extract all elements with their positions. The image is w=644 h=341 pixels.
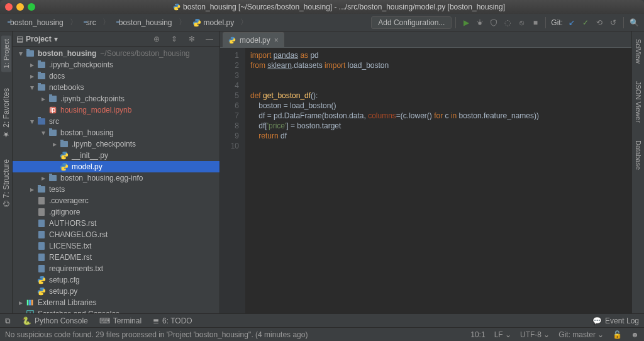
svg-point-0 <box>175 4 176 5</box>
tree-item[interactable]: ▸External Libraries <box>13 297 219 308</box>
close-window-button[interactable] <box>5 3 13 11</box>
git-branch[interactable]: Git: master ⌄ <box>558 330 604 339</box>
tool-tab-terminal[interactable]: ⌨Terminal <box>99 316 142 325</box>
tool-tab-structure[interactable]: ⌬7: Structure <box>1 155 12 211</box>
tree-item[interactable]: ▸tests <box>13 184 219 195</box>
tree-item[interactable]: setup.py <box>13 286 219 297</box>
tool-tab-todo[interactable]: ≣6: TODO <box>153 316 192 325</box>
svg-point-2 <box>479 21 482 25</box>
tree-item[interactable]: ▸docs <box>13 70 219 82</box>
svg-rect-8 <box>27 300 29 306</box>
close-tab-icon[interactable]: × <box>274 36 279 45</box>
code-area[interactable]: import pandas as pd from sklearn.dataset… <box>245 48 631 313</box>
svg-rect-9 <box>29 300 31 306</box>
tree-item[interactable]: __init__.py <box>13 150 219 161</box>
tree-item[interactable]: CHANGELOG.rst <box>13 229 219 240</box>
editor-tabs: model.py × <box>220 31 631 48</box>
search-everywhere-button[interactable]: 🔍 <box>628 16 640 29</box>
line-gutter[interactable]: 12345678910 <box>220 48 245 313</box>
file-encoding[interactable]: UTF-8 ⌄ <box>520 330 550 339</box>
tree-item[interactable]: Scratches and Consoles <box>13 308 219 313</box>
navigation-toolbar: boston_housing〉 src〉 boston_housing〉 mod… <box>0 14 644 31</box>
tree-item[interactable]: ▾notebooks <box>13 82 219 93</box>
tree-item[interactable]: ▾boston_housing <box>13 127 219 138</box>
line-separator[interactable]: LF ⌄ <box>494 330 511 339</box>
breadcrumb-file[interactable]: model.py <box>189 17 238 28</box>
tree-item[interactable]: .coveragerc <box>13 195 219 206</box>
zoom-window-button[interactable] <box>28 3 35 11</box>
breadcrumb-src[interactable]: src <box>80 17 100 28</box>
project-tree[interactable]: ▾boston_housing~/Sources/boston_housing▸… <box>13 47 219 313</box>
project-view-dropdown[interactable]: ▤ Project ▾ <box>16 35 58 43</box>
editor-tab-label: model.py <box>240 36 270 45</box>
tree-item[interactable]: .gitignore <box>13 206 219 218</box>
tool-tab-python-console[interactable]: 🐍Python Console <box>22 316 88 325</box>
status-message: No suspicious code found. 29 files proce… <box>5 330 308 339</box>
svg-rect-10 <box>31 300 33 306</box>
window-title: boston_housing [~/Sources/boston_housing… <box>183 3 505 11</box>
git-commit-button[interactable]: ✓ <box>579 16 592 29</box>
stop-button[interactable]: ■ <box>529 16 541 29</box>
chevron-right-icon: 〉 <box>240 17 248 28</box>
breadcrumb-root[interactable]: boston_housing <box>4 17 67 28</box>
tool-tab-favorites[interactable]: ★2: Favorites <box>1 84 12 143</box>
python-icon <box>173 3 180 11</box>
collapse-all-icon[interactable]: ⇕ <box>168 33 180 45</box>
hide-icon[interactable]: — <box>203 33 216 45</box>
read-only-toggle-icon[interactable]: 🔓 <box>613 330 622 339</box>
tree-item[interactable]: LICENSE.txt <box>13 240 219 252</box>
python-icon <box>192 18 201 27</box>
git-label: Git: <box>551 18 563 27</box>
python-icon: 🐍 <box>22 316 31 325</box>
run-config-dropdown[interactable]: Add Configuration... <box>371 16 452 29</box>
git-revert-button[interactable]: ↺ <box>607 16 619 29</box>
tree-item[interactable]: README.rst <box>13 252 219 263</box>
tool-tab-json-viewer[interactable]: JSON Viewer <box>633 77 643 126</box>
tree-item[interactable]: ▾boston_housing~/Sources/boston_housing <box>13 48 219 59</box>
tree-item[interactable]: model.py <box>13 161 219 172</box>
project-tool-window: ▤ Project ▾ ⊕ ⇕ ✻ — ▾boston_housing~/Sou… <box>13 31 220 313</box>
minimize-window-button[interactable] <box>16 3 24 11</box>
tool-tab-sciview[interactable]: SciView <box>633 35 643 67</box>
coverage-button[interactable] <box>487 16 500 29</box>
terminal-icon: ⌨ <box>99 316 110 325</box>
tree-item[interactable]: requirements.txt <box>13 263 219 274</box>
tree-item[interactable]: ▸boston_housing.egg-info <box>13 172 219 184</box>
chevron-right-icon: 〉 <box>179 17 186 28</box>
tree-item[interactable]: ▸.ipynb_checkpoints <box>13 138 219 150</box>
tree-item[interactable]: setup.cfg <box>13 274 219 286</box>
todo-icon: ≣ <box>153 316 159 325</box>
status-bar: No suspicious code found. 29 files proce… <box>0 327 644 341</box>
git-history-button[interactable]: ⟲ <box>593 16 606 29</box>
svg-line-5 <box>482 21 483 22</box>
event-log-icon: 💬 <box>592 316 602 325</box>
breadcrumb-pkg[interactable]: boston_housing <box>113 17 176 28</box>
run-button[interactable]: ▶ <box>460 16 472 29</box>
svg-text:ip: ip <box>50 106 55 113</box>
hide-toolwindows-icon[interactable]: ⧉ <box>5 316 11 325</box>
inspection-profile-icon[interactable]: ☻ <box>631 330 639 339</box>
tree-item[interactable]: ▾src <box>13 116 219 127</box>
bottom-tool-strip: ⧉ 🐍Python Console ⌨Terminal ≣6: TODO 💬Ev… <box>0 313 644 327</box>
tree-item[interactable]: AUTHORS.rst <box>13 218 219 229</box>
tool-tab-database[interactable]: Database <box>633 137 643 174</box>
tool-tab-event-log[interactable]: 💬Event Log <box>592 316 639 325</box>
editor-tab-model-py[interactable]: model.py × <box>223 32 284 47</box>
tree-item[interactable]: iphousing_model.ipynb <box>13 104 219 116</box>
profile-button[interactable]: ◌ <box>501 16 514 29</box>
settings-icon[interactable]: ✻ <box>186 33 198 45</box>
svg-line-4 <box>477 21 479 22</box>
debug-button[interactable] <box>474 16 486 29</box>
tree-item[interactable]: ▸.ipynb_checkpoints <box>13 93 219 104</box>
tree-item[interactable]: ▸.ipynb_checkpoints <box>13 59 219 70</box>
tool-tab-project[interactable]: 1: Project <box>1 35 11 72</box>
attach-button[interactable]: ⎋ <box>515 16 528 29</box>
python-icon <box>228 36 236 44</box>
locate-icon[interactable]: ⊕ <box>150 33 163 45</box>
left-tool-strip: 1: Project ★2: Favorites ⌬7: Structure <box>0 31 13 313</box>
git-update-button[interactable]: ↙ <box>565 16 578 29</box>
caret-position[interactable]: 10:1 <box>470 330 485 339</box>
right-tool-strip: SciView JSON Viewer Database <box>631 31 644 313</box>
editor: model.py × 12345678910 import pandas as … <box>220 31 631 313</box>
titlebar: boston_housing [~/Sources/boston_housing… <box>0 0 644 14</box>
